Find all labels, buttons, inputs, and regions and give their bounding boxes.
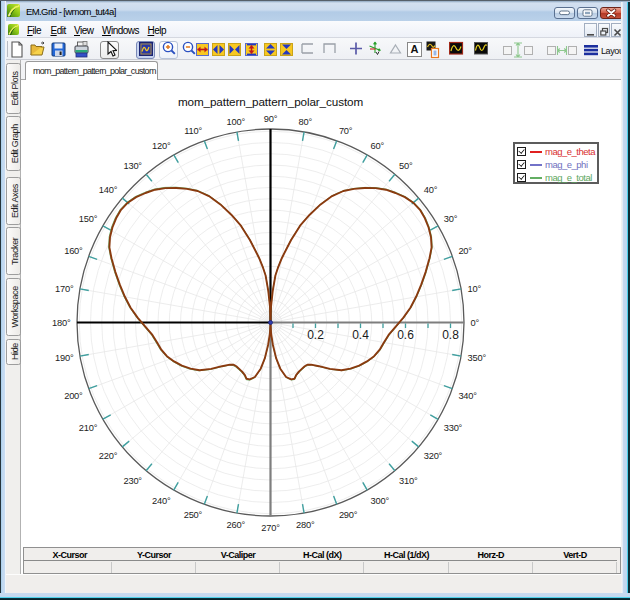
svg-text:70°: 70°	[339, 126, 353, 136]
svg-text:350°: 350°	[468, 353, 487, 363]
svg-text:mom_pattern_pattern_polar_cust: mom_pattern_pattern_polar_custom	[178, 95, 363, 108]
svg-text:120°: 120°	[152, 141, 171, 151]
svg-text:80°: 80°	[298, 117, 312, 127]
svg-text:110°: 110°	[184, 126, 202, 136]
svg-text:90°: 90°	[264, 114, 278, 124]
svg-text:180°: 180°	[52, 318, 71, 328]
svg-text:300°: 300°	[371, 496, 390, 506]
svg-text:280°: 280°	[296, 520, 315, 530]
svg-text:200°: 200°	[64, 391, 83, 401]
svg-text:100°: 100°	[227, 117, 246, 127]
svg-text:140°: 140°	[99, 185, 118, 195]
svg-text:330°: 330°	[444, 423, 463, 433]
svg-text:270°: 270°	[261, 523, 280, 533]
svg-text:150°: 150°	[79, 214, 98, 224]
svg-text:60°: 60°	[371, 141, 385, 151]
svg-text:10°: 10°	[468, 284, 482, 294]
svg-text:210°: 210°	[79, 423, 98, 433]
svg-text:40°: 40°	[424, 185, 438, 195]
svg-text:160°: 160°	[64, 246, 83, 256]
svg-text:240°: 240°	[152, 496, 171, 506]
svg-text:0°: 0°	[471, 318, 480, 328]
svg-text:230°: 230°	[123, 476, 142, 486]
svg-text:250°: 250°	[184, 510, 203, 520]
svg-text:340°: 340°	[458, 391, 477, 401]
svg-text:50°: 50°	[399, 161, 413, 171]
svg-text:0.8: 0.8	[442, 328, 459, 342]
svg-text:190°: 190°	[55, 353, 74, 363]
svg-text:320°: 320°	[424, 451, 443, 461]
svg-text:310°: 310°	[399, 476, 418, 486]
svg-text:0.4: 0.4	[352, 328, 369, 342]
svg-text:290°: 290°	[339, 510, 358, 520]
svg-text:30°: 30°	[444, 214, 458, 224]
svg-text:220°: 220°	[99, 451, 118, 461]
svg-text:0.6: 0.6	[397, 328, 414, 342]
svg-text:20°: 20°	[458, 246, 472, 256]
svg-text:170°: 170°	[55, 284, 74, 294]
svg-text:260°: 260°	[227, 520, 246, 530]
svg-text:130°: 130°	[123, 161, 142, 171]
svg-text:0.2: 0.2	[307, 328, 324, 342]
